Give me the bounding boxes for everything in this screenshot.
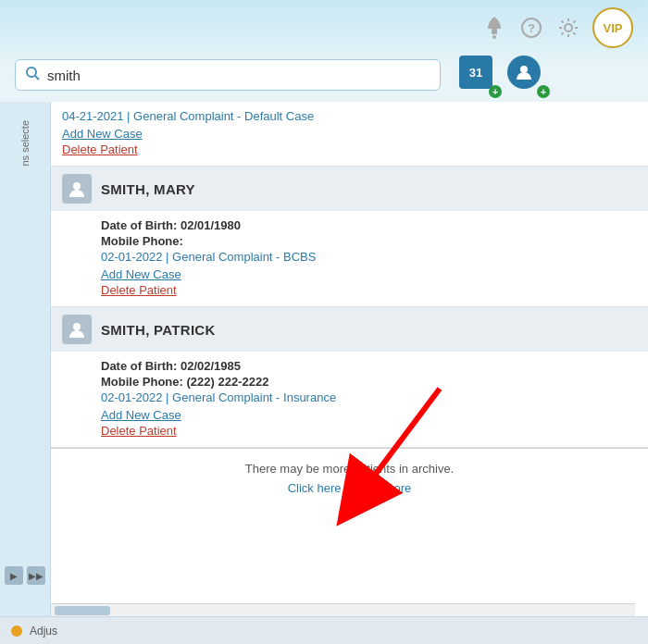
mary-phone: Mobile Phone: bbox=[101, 234, 637, 248]
person-add-icon: + bbox=[537, 85, 550, 98]
svg-point-9 bbox=[73, 323, 81, 330]
mary-delete-patient[interactable]: Delete Patient bbox=[101, 283, 637, 297]
partial-add-case[interactable]: Add New Case bbox=[62, 127, 637, 141]
alert-icon[interactable] bbox=[481, 15, 507, 41]
h-scroll-thumb bbox=[55, 606, 110, 615]
calendar-icon: 31 bbox=[459, 56, 492, 89]
patrick-add-case[interactable]: Add New Case bbox=[101, 408, 637, 422]
patrick-dob: Date of Birth: 02/02/1985 bbox=[101, 359, 637, 373]
search-icon bbox=[25, 66, 40, 84]
patient-header-mary: SMITH, MARY bbox=[51, 167, 648, 211]
patient-avatar-patrick bbox=[62, 315, 92, 344]
calendar-button[interactable]: 31 + bbox=[459, 56, 498, 94]
help-icon[interactable]: ? bbox=[518, 15, 544, 41]
patient-card-mary: SMITH, MARY Date of Birth: 02/01/1980 Mo… bbox=[51, 167, 648, 307]
archive-text: There may be more patients in archive. bbox=[62, 462, 637, 476]
svg-point-7 bbox=[520, 66, 528, 73]
patient-card-patrick: SMITH, PATRICK Date of Birth: 02/02/1985… bbox=[51, 307, 648, 448]
bottom-status-bar: Adjus bbox=[0, 616, 648, 644]
search-input-wrapper[interactable] bbox=[15, 59, 441, 91]
results-scroll[interactable]: 04-21-2021 | General Complaint - Default… bbox=[51, 102, 648, 625]
patient-header-patrick: SMITH, PATRICK bbox=[51, 307, 648, 352]
patient-name-patrick: SMITH, PATRICK bbox=[101, 322, 216, 338]
patrick-case-link[interactable]: 02-01-2022 | General Complaint - Insuran… bbox=[101, 390, 637, 404]
svg-point-8 bbox=[73, 182, 81, 190]
svg-line-6 bbox=[35, 76, 39, 80]
patrick-delete-patient[interactable]: Delete Patient bbox=[101, 424, 637, 438]
sidebar-label: ns selecte bbox=[19, 120, 31, 167]
partial-case-link[interactable]: 04-21-2021 | General Complaint - Default… bbox=[62, 109, 314, 123]
vip-badge[interactable]: VIP bbox=[592, 7, 633, 48]
patient-name-mary: SMITH, MARY bbox=[101, 181, 195, 197]
calendar-add-icon: + bbox=[489, 85, 502, 98]
nav-prev-arrow[interactable]: ▶ bbox=[5, 566, 23, 585]
results-panel: 04-21-2021 | General Complaint - Default… bbox=[51, 102, 648, 625]
status-dot bbox=[11, 625, 22, 637]
patrick-phone: Mobile Phone: (222) 222-2222 bbox=[101, 375, 637, 389]
header-toolbar: ? VIP bbox=[0, 0, 648, 52]
horizontal-scrollbar[interactable] bbox=[51, 603, 635, 616]
patient-details-mary: Date of Birth: 02/01/1980 Mobile Phone: … bbox=[51, 211, 648, 306]
patient-avatar-mary bbox=[62, 174, 92, 204]
mary-dob: Date of Birth: 02/01/1980 bbox=[101, 218, 637, 232]
mary-case-link[interactable]: 02-01-2022 | General Complaint - BCBS bbox=[101, 250, 637, 264]
archive-load-more-link[interactable]: Click here to load more bbox=[288, 481, 412, 495]
add-patient-button[interactable]: + bbox=[507, 56, 546, 94]
left-sidebar: ns selecte ▶ ▶▶ bbox=[0, 102, 51, 625]
svg-text:?: ? bbox=[528, 21, 535, 35]
person-icon bbox=[507, 56, 541, 89]
patient-details-patrick: Date of Birth: 02/02/1985 Mobile Phone: … bbox=[51, 352, 648, 447]
mary-add-case[interactable]: Add New Case bbox=[101, 267, 637, 281]
nav-next-arrow[interactable]: ▶▶ bbox=[27, 566, 45, 585]
toolbar-buttons: 31 + + bbox=[459, 56, 546, 94]
partial-delete-patient[interactable]: Delete Patient bbox=[62, 142, 637, 156]
svg-rect-0 bbox=[492, 29, 497, 34]
svg-point-4 bbox=[565, 24, 572, 31]
status-text: Adjus bbox=[30, 625, 57, 638]
main-content: ns selecte ▶ ▶▶ 04-21-2021 | General Com… bbox=[0, 102, 648, 625]
search-bar: 31 + + bbox=[0, 52, 648, 102]
settings-icon[interactable] bbox=[555, 15, 581, 41]
svg-point-1 bbox=[492, 35, 496, 39]
search-input[interactable] bbox=[47, 68, 430, 83]
archive-message: There may be more patients in archive. C… bbox=[51, 448, 648, 509]
sidebar-nav: ▶ ▶▶ bbox=[1, 563, 49, 588]
partial-result: 04-21-2021 | General Complaint - Default… bbox=[51, 102, 648, 167]
svg-point-5 bbox=[27, 68, 36, 77]
